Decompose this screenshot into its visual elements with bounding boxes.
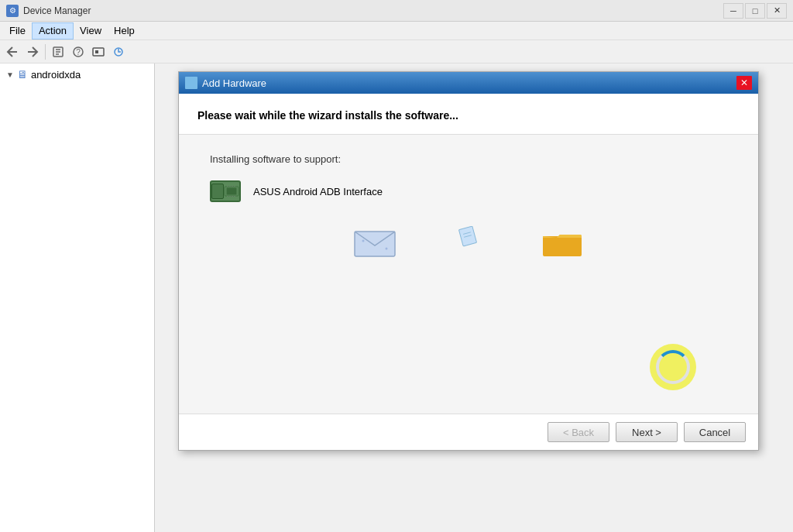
title-bar: ⚙ Device Manager ─ □ ✕ — [0, 0, 793, 22]
menu-view[interactable]: View — [74, 22, 108, 39]
svg-point-21 — [386, 248, 388, 250]
dialog-header-title: Please wait while the wizard installs th… — [197, 109, 740, 122]
app-icon: ⚙ — [6, 5, 19, 17]
tree-expand-arrow: ▼ — [6, 70, 14, 79]
loading-spinner — [650, 344, 696, 390]
cancel-button[interactable]: Cancel — [684, 422, 746, 442]
animation-area — [210, 225, 727, 258]
back-button[interactable]: < Back — [548, 422, 609, 442]
spinner-outer-ring — [650, 344, 696, 390]
dialog-header: Please wait while the wizard installs th… — [179, 94, 758, 135]
window-title: Device Manager — [23, 5, 723, 16]
add-hardware-dialog: Add Hardware ✕ Please wait while the wiz… — [178, 71, 759, 451]
minimize-button[interactable]: ─ — [723, 3, 743, 19]
menu-action[interactable]: Action — [32, 22, 74, 39]
back-button[interactable] — [3, 43, 22, 61]
forward-button[interactable] — [23, 43, 42, 61]
tree-item-androidxda[interactable]: ▼ 🖥 androidxda — [3, 67, 151, 82]
device-tree: ▼ 🖥 androidxda — [0, 63, 155, 532]
spinner-inner-ring — [656, 350, 690, 384]
window-controls: ─ □ ✕ — [723, 3, 787, 19]
svg-rect-10 — [227, 188, 237, 195]
installing-label: Installing software to support: — [210, 153, 727, 165]
next-button[interactable]: Next > — [616, 422, 678, 442]
toolbar-separator-1 — [45, 44, 46, 60]
svg-text:?: ? — [76, 48, 81, 57]
tree-node-label: androidxda — [31, 69, 81, 81]
dest-folder-icon — [541, 225, 583, 258]
dialog-area: Add Hardware ✕ Please wait while the wiz… — [155, 63, 793, 532]
dialog-title-icon — [185, 77, 197, 89]
flying-paper-icon — [458, 226, 479, 250]
menu-bar: File Action View Help — [0, 22, 793, 40]
dialog-title-bar: Add Hardware ✕ — [179, 72, 758, 94]
svg-rect-7 — [95, 50, 98, 53]
chip-icon — [210, 180, 241, 202]
device-name-label: ASUS Android ADB Interface — [253, 186, 383, 197]
menu-file[interactable]: File — [3, 22, 32, 39]
dialog-footer: < Back Next > Cancel — [179, 414, 758, 450]
dialog-body: Installing software to support: — [179, 135, 758, 414]
toolbar: ? — [0, 40, 793, 63]
properties-button[interactable] — [49, 43, 67, 61]
source-envelope-icon — [354, 225, 396, 258]
update-button[interactable] — [89, 43, 108, 61]
device-row: ASUS Android ADB Interface — [210, 180, 727, 202]
dialog-title-text: Add Hardware — [202, 77, 736, 89]
maximize-button[interactable]: □ — [745, 3, 765, 19]
svg-point-20 — [362, 240, 365, 242]
close-button[interactable]: ✕ — [767, 3, 787, 19]
main-content: ▼ 🖥 androidxda Add Hardware ✕ Please wai… — [0, 63, 793, 532]
menu-help[interactable]: Help — [108, 22, 141, 39]
dialog-close-button[interactable]: ✕ — [736, 76, 752, 90]
device-manager-window: ⚙ Device Manager ─ □ ✕ File Action View … — [0, 0, 793, 532]
action-icon[interactable] — [109, 43, 128, 61]
computer-icon: 🖥 — [17, 68, 28, 81]
help-button[interactable]: ? — [69, 43, 88, 61]
